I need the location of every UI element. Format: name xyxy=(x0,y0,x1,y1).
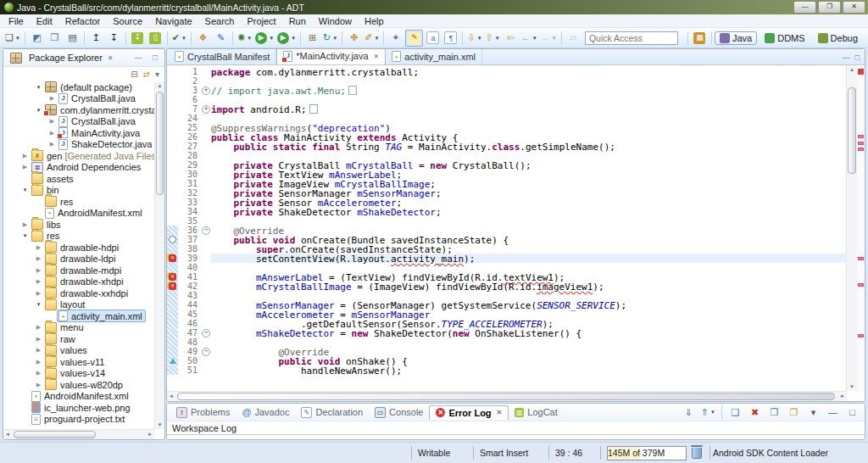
run-button[interactable]: ▶▼ xyxy=(254,31,275,46)
minimize-panel-button[interactable]: — xyxy=(843,53,850,62)
pin-editor-button[interactable]: ▱ xyxy=(565,31,581,46)
new-java-element-button[interactable]: ✎ xyxy=(213,31,229,46)
code-line[interactable]: ✕41 mAnswerLabel = (TextView) findViewBy… xyxy=(167,272,847,282)
code-line[interactable]: 7+import android.R; xyxy=(167,104,847,114)
tree-item[interactable]: ▶ShakeDetector.java xyxy=(3,139,154,151)
editor-tab-activity-main-xml[interactable]: activity_main.xml xyxy=(386,48,482,64)
expander-closed-icon[interactable]: ▶ xyxy=(20,221,30,228)
scroll-left-arrow[interactable]: ◄ xyxy=(3,430,12,438)
debug-button[interactable]: ✺▼ xyxy=(236,31,253,46)
perspective-ddms[interactable]: DDMS xyxy=(760,31,810,45)
export-log-button[interactable]: ⇓ xyxy=(681,404,697,420)
scroll-up-arrow[interactable]: ▲ xyxy=(847,65,857,74)
fold-toggle-icon[interactable]: + xyxy=(201,105,211,114)
tree-item[interactable]: ▶drawable-mdpi xyxy=(3,265,154,276)
restore-window[interactable]: ❐ xyxy=(818,1,841,14)
save-button[interactable]: ◩ xyxy=(29,31,45,46)
code-line[interactable]: 24 xyxy=(167,114,847,123)
coverage-button[interactable]: ⊞ xyxy=(304,31,320,46)
tree-item[interactable]: ▶values-v11 xyxy=(3,356,154,368)
code-line[interactable]: 29 private CrystalBall mCrystalBall = ne… xyxy=(167,160,847,170)
code-line[interactable]: 30 private TextView mAnswerLabel; xyxy=(167,170,847,179)
scroll-down-arrow[interactable]: ▼ xyxy=(847,382,857,391)
restore-log-button[interactable]: ❐ xyxy=(786,404,802,420)
back-button[interactable]: ←▼ xyxy=(520,31,538,46)
tab-package-explorer[interactable]: Package Explorer ✕ xyxy=(7,51,117,65)
close-window[interactable]: ✕ xyxy=(843,1,865,14)
menu-edit[interactable]: Edit xyxy=(31,15,59,27)
code-line[interactable]: ✕42 mCrystalBallImage = (ImageView) find… xyxy=(167,282,847,291)
error-log-content[interactable] xyxy=(167,435,865,440)
scroll-left-arrow[interactable]: ◄ xyxy=(167,392,175,400)
tab-error-log[interactable]: ✕Error Log✕ xyxy=(429,405,509,420)
perspective-java[interactable]: Java xyxy=(715,31,757,45)
search-button[interactable]: ✦ xyxy=(387,31,403,46)
expander-closed-icon[interactable]: ▶ xyxy=(20,164,30,170)
scroll-down-arrow[interactable]: ▼ xyxy=(155,421,164,429)
tree-item[interactable]: assets xyxy=(3,173,154,185)
code-line[interactable]: 1package com.dylanmerritt.crystalball; xyxy=(167,67,847,76)
editor-horizontal-scrollbar[interactable]: ◄ ► xyxy=(167,391,847,401)
expander-closed-icon[interactable]: ▶ xyxy=(34,324,43,331)
code-line[interactable]: 3+// import java.awt.Menu; xyxy=(167,86,847,95)
menu-window[interactable]: Window xyxy=(313,15,359,27)
expander-closed-icon[interactable]: ▶ xyxy=(20,153,30,159)
code-line[interactable]: 27 public static final String TAG = Main… xyxy=(167,142,847,151)
folded-region-icon[interactable] xyxy=(348,86,357,95)
tree-item[interactable]: ▶values-v14 xyxy=(3,368,154,380)
scrollbar-thumb[interactable] xyxy=(14,431,96,438)
tree-item[interactable]: ▶values xyxy=(3,345,154,357)
perspective-debug[interactable]: Debug xyxy=(813,31,863,45)
garbage-collect-button[interactable] xyxy=(692,448,702,459)
run-history-button[interactable]: ▶▼ xyxy=(276,31,297,46)
menu-search[interactable]: Search xyxy=(199,15,242,27)
menu-source[interactable]: Source xyxy=(107,15,149,27)
tree-item[interactable]: res xyxy=(3,196,154,208)
tab-javadoc[interactable]: @Javadoc xyxy=(236,405,295,419)
tree-item[interactable]: activity_main.xml xyxy=(3,310,154,322)
tree-item[interactable]: ▶gen [Generated Java Files] xyxy=(3,150,154,162)
tree-item[interactable]: ▶values-w820dp xyxy=(3,379,154,391)
expander-closed-icon[interactable]: ▶ xyxy=(47,95,57,102)
error-overview-mark[interactable] xyxy=(858,257,864,260)
error-overview-mark[interactable] xyxy=(858,148,864,151)
fold-toggle-icon[interactable]: − xyxy=(201,226,211,235)
show-whitespace-button[interactable]: ¶ xyxy=(442,31,459,46)
maximize-panel-button[interactable]: □ xyxy=(855,53,860,62)
code-line[interactable]: 48 xyxy=(167,337,847,347)
expander-closed-icon[interactable]: ▶ xyxy=(47,141,57,148)
open-log-button[interactable]: ❒ xyxy=(766,404,782,420)
expander-closed-icon[interactable]: ▶ xyxy=(34,255,43,262)
fold-toggle-icon[interactable]: + xyxy=(201,86,211,95)
expander-closed-icon[interactable]: ▶ xyxy=(47,130,57,137)
scrollbar-thumb[interactable] xyxy=(156,92,164,195)
error-overview-mark[interactable] xyxy=(858,334,864,337)
tab-logcat[interactable]: ▥LogCat xyxy=(509,405,563,419)
code-line[interactable]: 31 private ImageView mCrystalBallImage; xyxy=(167,179,847,188)
scrollbar-thumb[interactable] xyxy=(848,87,856,174)
tree-item[interactable]: ▾layout xyxy=(3,299,154,311)
code-line[interactable]: ✕39 setContentView(R.layout.activity_mai… xyxy=(167,254,847,263)
tree-item[interactable]: ▶menu xyxy=(3,322,154,334)
new-xml-file-button[interactable]: ❖ xyxy=(195,31,211,46)
tree-item[interactable]: ▶drawable-xhdpi xyxy=(3,276,154,288)
close-icon[interactable]: ✕ xyxy=(374,53,380,60)
expander-closed-icon[interactable]: ▶ xyxy=(34,278,43,285)
code-line[interactable]: 50 public void onShake() { xyxy=(167,356,847,365)
tree-item[interactable]: ▶MainActivity.java xyxy=(3,127,154,139)
open-resource-button[interactable]: ✤ xyxy=(346,31,362,46)
tree-item[interactable]: ▶CrystalBall.java xyxy=(3,116,154,128)
new-wizard-button[interactable]: ❏▼ xyxy=(4,31,21,46)
code-line[interactable]: 32 private SensorManager mSensorManager; xyxy=(167,188,847,198)
scroll-right-arrow[interactable]: ► xyxy=(146,430,154,438)
fold-toggle-icon[interactable]: − xyxy=(201,329,211,337)
collapse-all-button[interactable]: ⊟ xyxy=(131,70,137,79)
open-perspective-button[interactable]: ▦ xyxy=(692,31,708,46)
menu-help[interactable]: Help xyxy=(359,15,391,27)
code-line[interactable]: 38 super.onCreate(savedInstanceState); xyxy=(167,244,847,254)
error-overview-mark[interactable] xyxy=(858,142,864,145)
minimize-panel-button[interactable]: — xyxy=(825,404,841,420)
scroll-right-arrow[interactable]: ► xyxy=(838,392,847,400)
expander-closed-icon[interactable]: ▶ xyxy=(34,382,43,388)
overview-ruler[interactable] xyxy=(857,65,865,391)
